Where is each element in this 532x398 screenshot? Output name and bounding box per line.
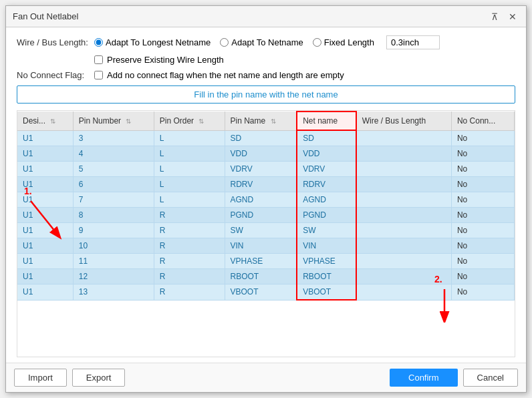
cell-desi[interactable]: U1: [17, 130, 73, 146]
cell-pin_order[interactable]: L: [154, 130, 225, 146]
cell-no_conn[interactable]: No: [451, 130, 514, 146]
cell-pin_order[interactable]: R: [154, 208, 225, 223]
adapt-net-radio[interactable]: [220, 38, 229, 47]
cell-pin_number[interactable]: 8: [73, 208, 154, 223]
cell-no_conn[interactable]: No: [451, 208, 514, 223]
cell-pin_name[interactable]: VDRV: [225, 162, 297, 177]
table-row[interactable]: U18RPGNDPGNDNo: [17, 208, 515, 223]
cell-no_conn[interactable]: No: [451, 284, 514, 301]
cell-no_conn[interactable]: No: [451, 162, 514, 177]
cell-pin_order[interactable]: R: [154, 223, 225, 238]
table-row[interactable]: U113RVBOOTVBOOTNo: [17, 284, 515, 301]
cell-desi[interactable]: U1: [17, 223, 73, 238]
cell-net_name[interactable]: PGND: [297, 208, 356, 223]
fixed-length-option[interactable]: Fixed Length: [313, 37, 374, 47]
cell-desi[interactable]: U1: [17, 146, 73, 162]
cell-wire_bus_length[interactable]: [356, 254, 452, 269]
cell-desi[interactable]: U1: [17, 192, 73, 208]
cell-pin_order[interactable]: L: [154, 192, 225, 208]
preserve-wire-checkbox[interactable]: [94, 55, 103, 64]
cell-net_name[interactable]: SW: [297, 223, 356, 238]
cell-pin_name[interactable]: SW: [225, 223, 297, 238]
cell-pin_number[interactable]: 9: [73, 223, 154, 238]
cell-no_conn[interactable]: No: [451, 192, 514, 208]
cell-net_name[interactable]: VDRV: [297, 162, 356, 177]
fixed-length-input[interactable]: [386, 35, 440, 49]
cell-net_name[interactable]: VBOOT: [297, 284, 356, 301]
cell-pin_name[interactable]: VPHASE: [225, 254, 297, 269]
cell-pin_name[interactable]: RDRV: [225, 177, 297, 192]
table-row[interactable]: U15LVDRVVDRVNo: [17, 162, 515, 177]
cell-pin_order[interactable]: R: [154, 254, 225, 269]
cell-wire_bus_length[interactable]: [356, 269, 452, 284]
cell-desi[interactable]: U1: [17, 269, 73, 284]
cell-desi[interactable]: U1: [17, 254, 73, 269]
table-row[interactable]: U112RRBOOTRBOOTNo: [17, 269, 515, 284]
cell-pin_order[interactable]: L: [154, 146, 225, 162]
cell-pin_order[interactable]: R: [154, 284, 225, 301]
cell-no_conn[interactable]: No: [451, 238, 514, 254]
cell-no_conn[interactable]: No: [451, 254, 514, 269]
cell-pin_name[interactable]: VBOOT: [225, 284, 297, 301]
data-table-container[interactable]: Desi... ⇅ Pin Number ⇅ Pin Order ⇅ Pin N…: [17, 110, 515, 357]
cell-pin_order[interactable]: R: [154, 238, 225, 254]
minimize-button[interactable]: ⊼: [489, 11, 501, 22]
cell-pin_number[interactable]: 13: [73, 284, 154, 301]
cell-pin_number[interactable]: 12: [73, 269, 154, 284]
cell-desi[interactable]: U1: [17, 177, 73, 192]
adapt-longest-radio[interactable]: [94, 38, 103, 47]
cell-wire_bus_length[interactable]: [356, 284, 452, 301]
cell-pin_number[interactable]: 11: [73, 254, 154, 269]
cell-pin_number[interactable]: 5: [73, 162, 154, 177]
cell-wire_bus_length[interactable]: [356, 130, 452, 146]
cell-pin_number[interactable]: 6: [73, 177, 154, 192]
cell-wire_bus_length[interactable]: [356, 238, 452, 254]
confirm-button[interactable]: Confirm: [390, 369, 458, 387]
cell-desi[interactable]: U1: [17, 238, 73, 254]
cell-pin_number[interactable]: 7: [73, 192, 154, 208]
table-row[interactable]: U13LSDSDNo: [17, 130, 515, 146]
cell-wire_bus_length[interactable]: [356, 177, 452, 192]
table-row[interactable]: U14LVDDVDDNo: [17, 146, 515, 162]
cell-desi[interactable]: U1: [17, 284, 73, 301]
cell-wire_bus_length[interactable]: [356, 146, 452, 162]
table-row[interactable]: U16LRDRVRDRVNo: [17, 177, 515, 192]
cell-pin_order[interactable]: R: [154, 269, 225, 284]
table-row[interactable]: U111RVPHASEVPHASENo: [17, 254, 515, 269]
cell-wire_bus_length[interactable]: [356, 162, 452, 177]
table-row[interactable]: U19RSWSWNo: [17, 223, 515, 238]
cell-pin_name[interactable]: SD: [225, 130, 297, 146]
cell-pin_name[interactable]: PGND: [225, 208, 297, 223]
export-button[interactable]: Export: [72, 369, 126, 387]
close-button[interactable]: ✕: [506, 11, 519, 22]
no-connect-checkbox[interactable]: [94, 71, 103, 79]
cancel-button[interactable]: Cancel: [463, 369, 518, 387]
cell-pin_order[interactable]: L: [154, 177, 225, 192]
cell-pin_name[interactable]: AGND: [225, 192, 297, 208]
cell-net_name[interactable]: RBOOT: [297, 269, 356, 284]
cell-pin_number[interactable]: 3: [73, 130, 154, 146]
cell-desi[interactable]: U1: [17, 162, 73, 177]
cell-net_name[interactable]: VPHASE: [297, 254, 356, 269]
cell-pin_order[interactable]: L: [154, 162, 225, 177]
cell-pin_name[interactable]: VDD: [225, 146, 297, 162]
adapt-longest-option[interactable]: Adapt To Longest Netname: [94, 37, 211, 47]
cell-net_name[interactable]: VIN: [297, 238, 356, 254]
cell-pin_name[interactable]: VIN: [225, 238, 297, 254]
fixed-length-radio[interactable]: [313, 38, 321, 47]
table-row[interactable]: U17LAGNDAGNDNo: [17, 192, 515, 208]
cell-wire_bus_length[interactable]: [356, 223, 452, 238]
cell-no_conn[interactable]: No: [451, 269, 514, 284]
cell-wire_bus_length[interactable]: [356, 208, 452, 223]
cell-no_conn[interactable]: No: [451, 223, 514, 238]
cell-no_conn[interactable]: No: [451, 146, 514, 162]
fill-pin-name-button[interactable]: Fill in the pin name with the net name: [17, 85, 515, 104]
cell-net_name[interactable]: SD: [297, 130, 356, 146]
cell-no_conn[interactable]: No: [451, 177, 514, 192]
cell-net_name[interactable]: VDD: [297, 146, 356, 162]
cell-net_name[interactable]: AGND: [297, 192, 356, 208]
cell-pin_name[interactable]: RBOOT: [225, 269, 297, 284]
import-button[interactable]: Import: [14, 369, 67, 387]
cell-pin_number[interactable]: 10: [73, 238, 154, 254]
cell-desi[interactable]: U1: [17, 208, 73, 223]
